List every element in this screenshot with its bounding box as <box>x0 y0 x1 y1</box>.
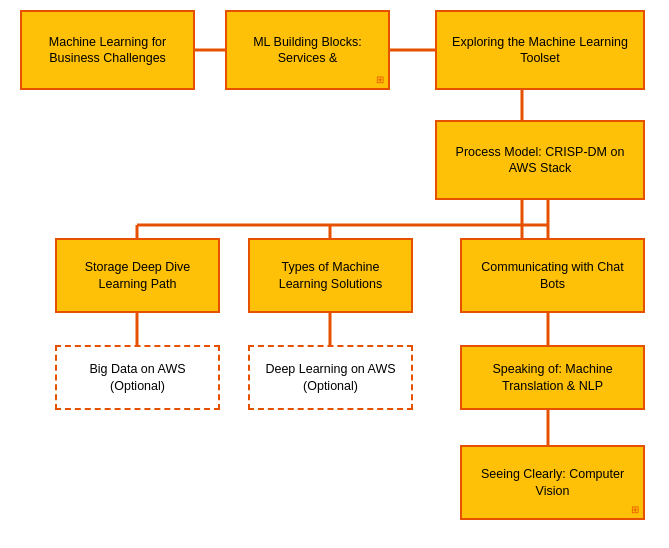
node-ml-business[interactable]: Machine Learning for Business Challenges <box>20 10 195 90</box>
node-storage[interactable]: Storage Deep Dive Learning Path <box>55 238 220 313</box>
node-ml-building[interactable]: ML Building Blocks: Services & ⊞ <box>225 10 390 90</box>
node-deep-learning[interactable]: Deep Learning on AWS (Optional) <box>248 345 413 410</box>
expand-icon-vision[interactable]: ⊞ <box>631 503 639 516</box>
node-machine-translation[interactable]: Speaking of: Machine Translation & NLP <box>460 345 645 410</box>
node-chat-bots[interactable]: Communicating with Chat Bots <box>460 238 645 313</box>
node-big-data[interactable]: Big Data on AWS (Optional) <box>55 345 220 410</box>
node-computer-vision[interactable]: Seeing Clearly: Computer Vision ⊞ <box>460 445 645 520</box>
node-exploring[interactable]: Exploring the Machine Learning Toolset <box>435 10 645 90</box>
node-types-ml[interactable]: Types of Machine Learning Solutions <box>248 238 413 313</box>
expand-icon-building[interactable]: ⊞ <box>376 73 384 86</box>
flowchart-diagram: Machine Learning for Business Challenges… <box>0 0 669 548</box>
node-crisp-dm[interactable]: Process Model: CRISP-DM on AWS Stack <box>435 120 645 200</box>
